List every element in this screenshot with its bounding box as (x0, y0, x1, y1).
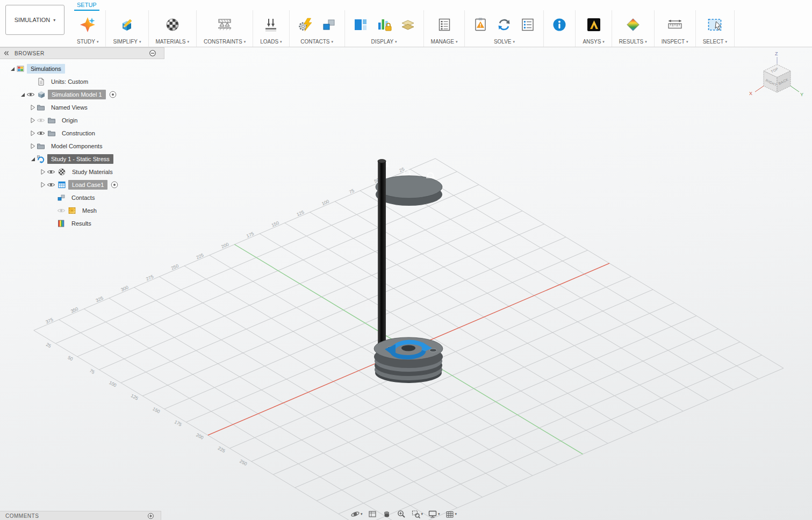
radio-icon[interactable] (110, 180, 119, 189)
tab-setup[interactable]: SETUP (74, 0, 99, 11)
add-comment-icon[interactable] (147, 512, 154, 519)
display-planes-icon[interactable] (399, 16, 416, 33)
svg-text:200: 200 (195, 432, 204, 440)
chevron-down-icon: ▾ (456, 40, 458, 44)
expander-expanded-icon[interactable] (9, 64, 16, 73)
toolbar-group-label-materials[interactable]: MATERIALS▾ (156, 37, 189, 45)
rod[interactable] (378, 160, 386, 349)
contacts-icon[interactable] (297, 16, 314, 33)
display-settings-icon[interactable] (428, 509, 437, 519)
chevron-down-icon[interactable]: ▾ (421, 512, 423, 516)
chevron-down-icon[interactable]: ▾ (438, 512, 440, 516)
expander-collapsed-icon[interactable] (39, 180, 47, 189)
loads-icon[interactable] (262, 16, 279, 33)
expander-collapsed-icon[interactable] (29, 103, 37, 112)
job-status-icon[interactable] (519, 16, 536, 33)
orbit-icon[interactable] (350, 509, 360, 519)
simplify-icon[interactable] (118, 16, 135, 33)
svg-text:275: 275 (145, 274, 154, 282)
minimize-panel-icon[interactable] (149, 49, 156, 57)
toolbar-group-label-ansys[interactable]: ANSYS▾ (583, 37, 604, 45)
contacts-pair-icon[interactable] (320, 16, 337, 33)
toolbar-group-label-inspect[interactable]: INSPECT▾ (662, 37, 688, 45)
comments-bar[interactable]: COMMENTS (0, 511, 161, 520)
folder-icon (37, 103, 45, 112)
precheck-icon[interactable] (472, 16, 489, 33)
constraints-icon[interactable] (216, 16, 233, 33)
viewcube[interactable]: Z TOP RIGHT BACK X Y (746, 49, 806, 103)
zoom-window-icon[interactable] (411, 509, 421, 519)
eye-icon[interactable] (47, 168, 55, 176)
info-icon[interactable] (551, 16, 568, 33)
expander-collapsed-icon[interactable] (29, 116, 37, 125)
toolbar-group-label-study[interactable]: STUDY▾ (77, 37, 98, 45)
svg-text:100: 100 (321, 199, 330, 207)
tree-label-units-custom[interactable]: Units: Custom (47, 77, 92, 86)
toolbar-group-inspect: INSPECT▾ (655, 10, 696, 47)
browser-panel: BROWSER SimulationsUnits: CustomSimulati… (0, 47, 164, 230)
manage-icon[interactable] (436, 16, 453, 33)
svg-text:75: 75 (348, 188, 355, 195)
tree-label-study-materials[interactable]: Study Materials (68, 167, 117, 177)
tree-label-origin[interactable]: Origin (58, 115, 81, 125)
display-bars-lock-icon[interactable] (376, 16, 393, 33)
grid-settings-icon[interactable] (445, 509, 455, 519)
tree-label-named-views[interactable]: Named Views (47, 103, 91, 112)
chevron-down-icon[interactable]: ▾ (361, 512, 363, 516)
toolbar-group-label-solve[interactable]: SOLVE▾ (472, 37, 536, 45)
ansys-icon[interactable] (585, 16, 602, 33)
model-3d[interactable] (374, 160, 443, 383)
select-icon[interactable] (706, 16, 723, 33)
expander-expanded-icon[interactable] (19, 90, 26, 99)
toolbar-group-simplify: SIMPLIFY▾ (106, 10, 148, 47)
zoom-icon[interactable] (397, 509, 406, 519)
workspace-selector-button[interactable]: SIMULATION ▾ (5, 5, 64, 35)
tree-label-simulations[interactable]: Simulations (27, 64, 65, 74)
expander-collapsed-icon[interactable] (39, 168, 47, 176)
tree-label-contacts[interactable]: Contacts (68, 193, 98, 203)
eye-off-icon[interactable] (57, 206, 66, 215)
tree-label-mesh[interactable]: Mesh (78, 206, 100, 215)
results-icon[interactable] (624, 16, 642, 33)
tree-label-study-1-static-stress[interactable]: Study 1 - Static Stress (47, 154, 113, 164)
toolbar-group-label-select[interactable]: SELECT▾ (703, 37, 727, 45)
tree-label-construction[interactable]: Construction (58, 128, 99, 138)
chevron-down-icon[interactable]: ▾ (455, 512, 457, 516)
toolbar-group-label-loads[interactable]: LOADS▾ (260, 37, 282, 45)
materials-icon[interactable] (164, 16, 181, 33)
tree-label-results[interactable]: Results (68, 219, 95, 228)
svg-text:125: 125 (296, 210, 305, 218)
inspect-icon[interactable] (666, 16, 684, 33)
tree-row-mesh: Mesh (0, 204, 164, 217)
display-tiles-icon[interactable] (352, 16, 369, 33)
fit-view-icon[interactable] (368, 509, 377, 519)
expander-spacer (49, 219, 57, 228)
collapse-panel-icon[interactable] (3, 49, 10, 57)
tree-label-model-components[interactable]: Model Components (47, 141, 106, 151)
toolbar-group-label-simplify[interactable]: SIMPLIFY▾ (113, 37, 141, 45)
solve-icon[interactable] (495, 16, 513, 33)
chevron-down-icon: ▾ (187, 40, 189, 44)
tree-label-load-case1[interactable]: Load Case1 (68, 180, 107, 190)
expander-collapsed-icon[interactable] (29, 142, 37, 150)
expander-expanded-icon[interactable] (29, 155, 37, 163)
toolbar-group-label-results[interactable]: RESULTS▾ (619, 37, 647, 45)
folder-icon (37, 142, 45, 150)
toolbar-group-label-contacts[interactable]: CONTACTS▾ (297, 37, 337, 45)
radio-icon[interactable] (109, 90, 117, 99)
toolbar-group-label-constraints[interactable]: CONSTRAINTS▾ (204, 37, 246, 45)
toolbar-group-label-display[interactable]: DISPLAY▾ (352, 37, 416, 45)
eye-icon[interactable] (47, 180, 55, 189)
eye-icon[interactable] (37, 129, 45, 138)
toolbar-group-label-manage[interactable]: MANAGE▾ (431, 37, 458, 45)
eye-off-icon[interactable] (37, 116, 45, 125)
chevron-down-icon: ▾ (395, 40, 397, 44)
toolbar-group-ansys: ANSYS▾ (576, 10, 612, 47)
eye-icon[interactable] (26, 90, 35, 99)
tree-label-simulation-model-1[interactable]: Simulation Model 1 (48, 90, 106, 99)
study-icon[interactable] (79, 16, 96, 33)
expander-collapsed-icon[interactable] (29, 129, 37, 138)
pan-icon[interactable] (382, 509, 392, 519)
browser-tree: SimulationsUnits: CustomSimulation Model… (0, 59, 164, 230)
folder-icon (47, 116, 56, 125)
